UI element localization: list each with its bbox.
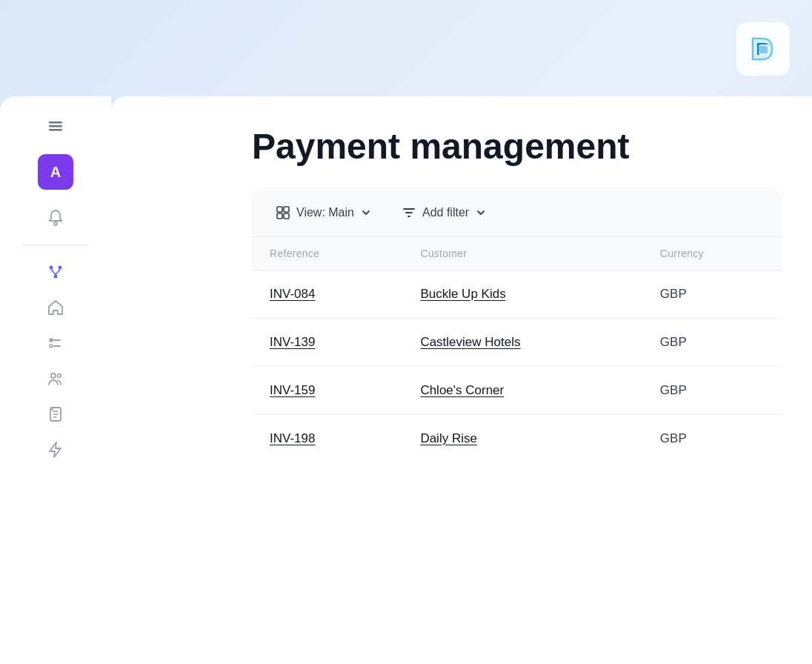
cell-currency: GBP xyxy=(642,415,782,463)
menu-button[interactable] xyxy=(41,111,70,141)
cell-customer[interactable]: Buckle Up Kids xyxy=(402,270,642,319)
cell-reference[interactable]: INV-159 xyxy=(252,367,402,415)
filter-label: Add filter xyxy=(422,206,469,219)
svg-point-5 xyxy=(54,222,57,225)
svg-point-12 xyxy=(58,374,61,378)
customer-link[interactable]: Daily Rise xyxy=(420,431,477,445)
cell-currency: GBP xyxy=(642,270,782,319)
svg-point-8 xyxy=(54,275,58,279)
cell-customer[interactable]: Castleview Hotels xyxy=(402,319,642,367)
col-customer: Customer xyxy=(402,237,642,270)
customer-link[interactable]: Castleview Hotels xyxy=(420,335,520,349)
cell-currency: GBP xyxy=(642,367,782,415)
table-row: INV-084 Buckle Up Kids GBP xyxy=(252,270,782,319)
svg-rect-2 xyxy=(49,122,62,124)
cell-currency: GBP xyxy=(642,319,782,367)
table-row: INV-139 Castleview Hotels GBP xyxy=(252,319,782,367)
cell-reference[interactable]: INV-198 xyxy=(252,415,402,463)
view-selector[interactable]: View: Main xyxy=(270,202,378,223)
svg-point-11 xyxy=(51,374,56,378)
sidebar-divider-1 xyxy=(22,245,89,245)
view-label: View: Main xyxy=(296,206,354,219)
filter-icon xyxy=(402,205,416,220)
reference-link[interactable]: INV-139 xyxy=(270,335,315,349)
cell-customer[interactable]: Daily Rise xyxy=(402,415,642,463)
cell-customer[interactable]: Chloe's Corner xyxy=(402,367,642,415)
svg-rect-14 xyxy=(277,207,282,212)
reference-link[interactable]: INV-159 xyxy=(270,383,315,397)
cell-reference[interactable]: INV-139 xyxy=(252,319,402,367)
table-row: INV-159 Chloe's Corner GBP xyxy=(252,367,782,415)
invoice-table: Reference Customer Currency INV-084 Buck… xyxy=(252,237,782,462)
team-button[interactable] xyxy=(41,364,70,394)
svg-rect-16 xyxy=(277,213,282,219)
svg-rect-17 xyxy=(284,213,289,219)
workflow-button[interactable] xyxy=(41,257,70,287)
customer-link[interactable]: Buckle Up Kids xyxy=(420,287,505,301)
table-header-row: Reference Customer Currency xyxy=(252,237,782,270)
logo xyxy=(736,22,790,76)
reference-link[interactable]: INV-198 xyxy=(270,431,315,445)
svg-rect-15 xyxy=(284,207,289,212)
home-button[interactable] xyxy=(41,293,70,322)
sidebar: A xyxy=(0,96,111,664)
chevron-down-filter-icon xyxy=(475,207,487,219)
svg-point-7 xyxy=(59,266,62,270)
chevron-down-icon xyxy=(360,207,372,219)
notification-button[interactable] xyxy=(41,203,70,233)
customer-link[interactable]: Chloe's Corner xyxy=(420,383,504,397)
automation-button[interactable] xyxy=(41,435,70,465)
main-content: Payment management View: Main A xyxy=(111,96,812,664)
add-filter-button[interactable]: Add filter xyxy=(396,202,493,223)
tasks-button[interactable] xyxy=(41,328,70,358)
cell-reference[interactable]: INV-084 xyxy=(252,270,402,319)
svg-point-10 xyxy=(50,345,53,348)
documents-button[interactable] xyxy=(41,399,70,429)
page-title: Payment management xyxy=(252,126,782,167)
reference-link[interactable]: INV-084 xyxy=(270,287,315,301)
svg-rect-4 xyxy=(49,129,62,131)
filter-bar: View: Main Add filter xyxy=(252,189,782,237)
svg-rect-3 xyxy=(49,125,62,127)
table-icon xyxy=(276,205,290,220)
avatar[interactable]: A xyxy=(38,154,73,190)
svg-point-6 xyxy=(50,266,53,270)
col-reference: Reference xyxy=(252,237,402,270)
table-row: INV-198 Daily Rise GBP xyxy=(252,415,782,463)
col-currency: Currency xyxy=(642,237,782,270)
